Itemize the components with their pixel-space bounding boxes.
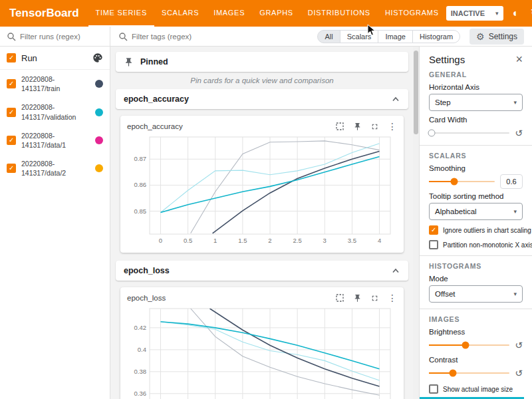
run-item[interactable]: 20220808-141317/validation <box>0 98 110 126</box>
tab-time-series[interactable]: TIME SERIES <box>88 0 154 27</box>
run-color-dot[interactable] <box>95 80 103 88</box>
svg-text:1.5: 1.5 <box>238 237 247 244</box>
reload-status-select[interactable]: INACTIVE ▾ <box>446 6 503 21</box>
more-options-icon[interactable]: ⋮ <box>388 122 397 131</box>
topbar-actions: INACTIVE ▾ ◐ ↻ ⚙ ? <box>446 0 532 27</box>
tags-filter-input[interactable] <box>132 33 231 41</box>
tooltip-sorting-select[interactable]: Alphabetical ▾ <box>429 203 523 220</box>
slider-thumb[interactable] <box>450 178 458 186</box>
chevron-up-icon[interactable] <box>391 267 400 275</box>
tab-scalars[interactable]: SCALARS <box>154 0 206 27</box>
reset-icon[interactable]: ↺ <box>515 368 523 378</box>
histogram-mode-label: Mode <box>429 275 523 283</box>
filter-pill-all[interactable]: All <box>317 30 340 43</box>
histogram-mode-select[interactable]: Offset ▾ <box>429 285 523 303</box>
divider <box>420 255 532 256</box>
svg-text:3: 3 <box>323 237 327 244</box>
pinned-title: Pinned <box>140 57 168 66</box>
svg-text:0.38: 0.38 <box>134 368 147 375</box>
scalars-heading: SCALARS <box>429 152 523 160</box>
filter-pill-histogram[interactable]: Histogram <box>412 30 460 43</box>
fit-to-data-icon[interactable] <box>335 122 344 131</box>
scalar-chart-epoch-accuracy[interactable]: 00.511.522.533.540.850.860.87 <box>127 133 396 246</box>
pin-hint-text: Pin cards for a quick view and compariso… <box>116 72 408 89</box>
svg-text:1: 1 <box>213 237 217 244</box>
slider-thumb[interactable] <box>462 342 469 349</box>
svg-text:2: 2 <box>268 237 271 244</box>
run-checkbox[interactable] <box>7 164 16 173</box>
svg-text:0.4: 0.4 <box>138 346 146 353</box>
refresh-icon[interactable]: ↻ <box>529 8 532 19</box>
cards-area: Pinned Pin cards for a quick view and co… <box>110 47 419 399</box>
partition-x-axis-checkbox[interactable] <box>429 240 438 249</box>
scalar-card-epoch-accuracy: epoch_accuracy ⋮ <box>120 116 404 253</box>
run-color-dot[interactable] <box>95 164 103 172</box>
run-checkbox[interactable] <box>7 136 16 145</box>
tab-images[interactable]: IMAGES <box>206 0 252 27</box>
chevron-down-icon: ▾ <box>513 208 517 215</box>
settings-button[interactable]: ⚙ Settings <box>469 29 524 45</box>
section-header-epoch-loss[interactable]: epoch_loss <box>116 261 408 281</box>
fullscreen-icon[interactable] <box>370 122 379 131</box>
svg-text:0: 0 <box>159 237 162 244</box>
card-width-slider[interactable] <box>429 132 509 134</box>
close-icon[interactable]: × <box>515 53 523 65</box>
actual-image-size-checkbox[interactable] <box>429 384 438 394</box>
ignore-outliers-checkbox[interactable] <box>429 225 438 235</box>
tab-histograms[interactable]: HISTOGRAMS <box>378 0 446 27</box>
brightness-label: Brightness <box>429 328 523 336</box>
settings-button-label: Settings <box>489 32 517 41</box>
fit-to-data-icon[interactable] <box>335 293 344 303</box>
slider-thumb[interactable] <box>428 130 435 137</box>
chevron-down-icon: ▾ <box>513 99 517 106</box>
fullscreen-icon[interactable] <box>370 294 379 303</box>
scrollbar-thumb[interactable] <box>414 51 418 134</box>
brightness-slider[interactable] <box>429 344 509 346</box>
run-item[interactable]: 20220808-141317/data/1 <box>0 126 110 154</box>
vertical-scrollbar[interactable] <box>413 47 419 399</box>
section-header-epoch-accuracy[interactable]: epoch_accuracy <box>116 89 408 109</box>
top-app-bar: TensorBoard TIME SERIES SCALARS IMAGES G… <box>0 0 532 27</box>
reset-icon[interactable]: ↺ <box>515 340 523 350</box>
section-title: epoch_accuracy <box>124 94 189 104</box>
theme-toggle-icon[interactable]: ◐ <box>509 8 523 19</box>
tab-graphs[interactable]: GRAPHS <box>252 0 301 27</box>
chevron-up-icon[interactable] <box>391 95 400 103</box>
pin-card-icon[interactable] <box>353 294 362 303</box>
svg-text:2.5: 2.5 <box>293 237 302 244</box>
pin-card-icon[interactable] <box>353 122 362 131</box>
runs-filter-input[interactable] <box>20 33 103 41</box>
svg-text:0.5: 0.5 <box>184 237 192 244</box>
run-name: 20220808-141317/train <box>21 74 90 93</box>
card-width-label: Card Width <box>429 116 523 124</box>
contrast-slider[interactable] <box>429 372 509 374</box>
svg-text:0.85: 0.85 <box>134 207 147 215</box>
search-icon <box>118 32 128 41</box>
scalar-chart-epoch-loss[interactable]: 0.360.380.40.42 <box>127 305 396 399</box>
run-color-dot[interactable] <box>95 136 103 144</box>
section-title: epoch_loss <box>124 266 170 275</box>
run-item[interactable]: 20220808-141317/data/2 <box>0 154 110 182</box>
nav-tabs: TIME SERIES SCALARS IMAGES GRAPHS DISTRI… <box>88 0 446 27</box>
run-item[interactable]: 20220808-141317/train <box>0 70 110 98</box>
gear-icon: ⚙ <box>476 32 485 41</box>
pinned-section-header[interactable]: Pinned <box>116 52 408 72</box>
run-checkbox[interactable] <box>7 79 16 88</box>
tags-filter <box>110 32 317 41</box>
reset-icon[interactable]: ↺ <box>515 128 523 138</box>
horizontal-axis-label: Horizontal Axis <box>429 83 523 91</box>
run-checkbox[interactable] <box>7 108 16 117</box>
more-options-icon[interactable]: ⋮ <box>388 293 397 303</box>
filter-pill-image[interactable]: Image <box>378 30 413 43</box>
tab-distributions[interactable]: DISTRIBUTIONS <box>301 0 378 27</box>
smoothing-value-input[interactable]: 0.6 <box>500 174 523 189</box>
palette-icon[interactable] <box>92 53 103 63</box>
run-color-dot[interactable] <box>95 108 103 116</box>
chevron-down-icon: ▾ <box>513 291 517 297</box>
smoothing-label: Smoothing <box>429 164 523 172</box>
slider-thumb[interactable] <box>450 370 457 377</box>
select-all-runs-checkbox[interactable] <box>7 53 16 63</box>
plugin-filter-group: All Scalars Image Histogram <box>317 30 460 43</box>
horizontal-axis-select[interactable]: Step ▾ <box>429 94 523 111</box>
smoothing-slider[interactable] <box>429 181 495 182</box>
